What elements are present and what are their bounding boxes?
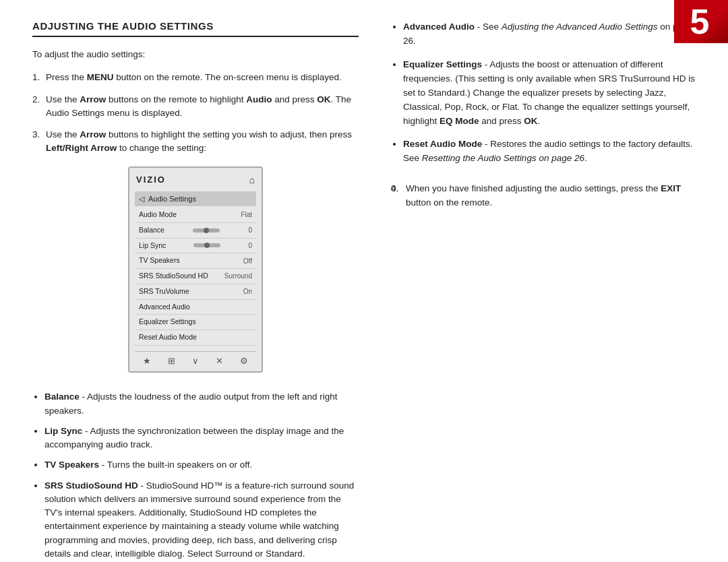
right-column: Advanced Audio - See Adjusting the Advan…: [386, 20, 696, 562]
srs-truvolume-label: SRS TruVolume: [139, 286, 189, 297]
step-2-ok-bold: OK: [317, 94, 330, 104]
menu-row-equalizer: Equalizer Settings: [135, 315, 256, 330]
home-icon: ⌂: [249, 173, 255, 187]
tv-speakers-heading: TV Speakers: [44, 460, 99, 470]
step-2-arrow-bold: Arrow: [80, 94, 106, 104]
menu-row-balance: Balance 0: [135, 223, 256, 239]
tv-screen-container: VIZIO ⌂ ◁ Audio Settings Audio Mode Flat: [32, 166, 359, 373]
reset-label: Reset Audio Mode: [139, 332, 197, 343]
srs-studio-heading: SRS StudioSound HD: [44, 480, 138, 491]
right-bullet-equalizer: Equalizer Settings - Adjusts the boost o…: [403, 58, 696, 129]
tv-menu-header-label: Audio Settings: [148, 193, 196, 205]
bullet-balance: Balance - Adjusts the loudness of the au…: [44, 390, 359, 418]
step-2-audio-bold: Audio: [246, 94, 272, 104]
step-2-content: Use the Arrow buttons on the remote to h…: [32, 93, 359, 121]
tv-top-bar: VIZIO ⌂: [135, 173, 256, 187]
menu-row-srs-studio: SRS StudioSound HD Surround: [135, 269, 256, 284]
advanced-audio-label: Advanced Audio: [139, 302, 190, 313]
star-icon: ★: [143, 354, 151, 368]
step-1-content: Press the MENU button on the remote. The…: [32, 71, 359, 84]
reset-audio-heading: Reset Audio Mode: [403, 139, 482, 149]
menu-row-advanced-audio: Advanced Audio: [135, 300, 256, 315]
step-3: Use the Arrow buttons to highlight the s…: [32, 128, 359, 562]
bullet-srs-studio: SRS StudioSound HD - StudioSound HD™ is …: [44, 479, 359, 561]
step-4: 4. When you have finished adjusting the …: [391, 182, 696, 210]
step4-list: 4. When you have finished adjusting the …: [391, 182, 696, 210]
menu-row-audio-mode: Audio Mode Flat: [135, 208, 256, 223]
srs-studio-label: SRS StudioSound HD: [139, 271, 208, 282]
equalizer-heading: Equalizer Settings: [403, 59, 482, 69]
lip-sync-heading: Lip Sync: [44, 426, 82, 436]
exit-bold: EXIT: [661, 183, 681, 193]
balance-heading: Balance: [44, 392, 80, 402]
step-3-leftright-bold: Left/Right Arrow: [46, 143, 117, 153]
bullet-lip-sync: Lip Sync - Adjusts the synchronization b…: [44, 425, 359, 452]
right-bullet-advanced-audio: Advanced Audio - See Adjusting the Advan…: [403, 20, 696, 49]
grid-icon: ⊞: [168, 354, 175, 368]
gear-icon: ⚙: [240, 354, 248, 368]
step-1: Press the MENU button on the remote. The…: [32, 71, 359, 84]
tv-speakers-label: TV Speakers: [139, 255, 180, 266]
eq-mode-bold: EQ Mode: [439, 116, 479, 126]
balance-label: Balance: [139, 225, 164, 236]
step-3-bullets: Balance - Adjusts the loudness of the au…: [32, 390, 359, 562]
menu-row-srs-truvolume: SRS TruVolume On: [135, 284, 256, 300]
vizio-logo: VIZIO: [136, 173, 166, 187]
tv-bottom-bar: ★ ⊞ ∨ ✕ ⚙: [135, 351, 256, 369]
menu-row-tv-speakers: TV Speakers Off: [135, 253, 256, 269]
step-3-content: Use the Arrow buttons to highlight the s…: [32, 128, 359, 156]
step-2: Use the Arrow buttons on the remote to h…: [32, 93, 359, 121]
advanced-audio-ref: Adjusting the Advanced Audio Settings: [502, 22, 658, 32]
page-number: 5: [690, 4, 710, 39]
menu-row-lip-sync: Lip Sync 0: [135, 239, 256, 254]
step-1-menu-bold: MENU: [87, 72, 114, 82]
intro-text: To adjust the audio settings:: [32, 48, 359, 61]
steps-list: Press the MENU button on the remote. The…: [32, 71, 359, 562]
balance-value: 0: [248, 225, 252, 235]
left-column: ADJUSTING THE AUDIO SETTINGS To adjust t…: [32, 20, 364, 562]
balance-slider: [193, 228, 220, 232]
page-number-badge: 5: [674, 0, 728, 43]
srs-truvolume-value: On: [243, 286, 252, 296]
back-arrow-icon: ◁: [139, 193, 144, 205]
tv-screen: VIZIO ⌂ ◁ Audio Settings Audio Mode Flat: [128, 166, 263, 373]
lip-sync-label: Lip Sync: [139, 241, 166, 251]
right-bullet-list: Advanced Audio - See Adjusting the Advan…: [391, 20, 696, 166]
menu-row-reset: Reset Audio Mode: [135, 330, 256, 346]
step-4-content: 4. When you have finished adjusting the …: [391, 182, 696, 210]
equalizer-label: Equalizer Settings: [139, 317, 196, 327]
lip-sync-slider: [193, 243, 220, 247]
bullet-tv-speakers: TV Speakers - Turns the built-in speaker…: [44, 458, 359, 472]
step-3-arrow-bold: Arrow: [80, 129, 106, 139]
audio-mode-label: Audio Mode: [139, 210, 177, 220]
down-icon: ∨: [192, 354, 199, 368]
close-icon: ✕: [216, 354, 223, 368]
right-bullet-reset: Reset Audio Mode - Restores the audio se…: [403, 137, 696, 166]
advanced-audio-heading: Advanced Audio: [403, 22, 475, 32]
reset-audio-ref: Resetting the Audio Settings on page 26: [422, 153, 584, 163]
ok-bold: OK: [524, 116, 537, 126]
tv-speakers-value: Off: [243, 256, 252, 266]
srs-studio-value: Surround: [224, 271, 252, 281]
tv-menu-header: ◁ Audio Settings: [135, 191, 256, 207]
lip-sync-value: 0: [248, 241, 252, 251]
section-heading: ADJUSTING THE AUDIO SETTINGS: [32, 20, 359, 37]
audio-mode-value: Flat: [241, 210, 252, 220]
